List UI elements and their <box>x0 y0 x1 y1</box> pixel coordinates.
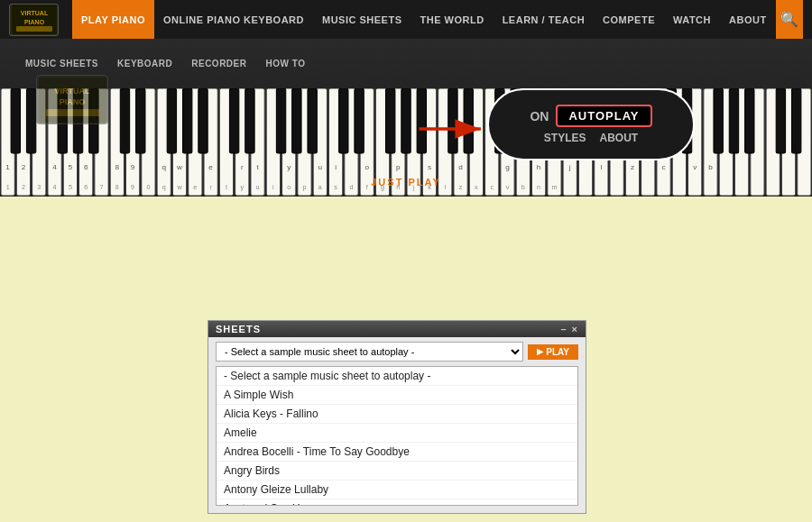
search-button[interactable]: 🔍 <box>776 0 803 39</box>
svg-text:5: 5 <box>69 163 73 171</box>
autoplay-oval: ON AUTOPLAY STYLES ABOUT <box>487 88 695 160</box>
sub-nav-how-to[interactable]: HOW TO <box>258 55 312 72</box>
svg-text:e: e <box>208 163 213 171</box>
sheets-list-item[interactable]: - Select a sample music sheet to autopla… <box>217 367 577 386</box>
svg-rect-68 <box>136 88 145 153</box>
svg-rect-79 <box>386 88 395 153</box>
autoplay-on-label: ON <box>530 109 549 124</box>
svg-text:s: s <box>428 163 431 171</box>
sub-nav-music-sheets[interactable]: MUSIC SHEETS <box>18 55 106 72</box>
svg-rect-63 <box>26 88 35 153</box>
autoplay-top-row: ON AUTOPLAY <box>530 105 651 127</box>
nav-item-online-piano[interactable]: ONLINE PIANO KEYBOARD <box>154 0 313 39</box>
svg-text:d: d <box>349 184 353 190</box>
svg-text:c: c <box>490 184 494 190</box>
navbar: VIRTUAL PIANO PLAY PIANO ONLINE PIANO KE… <box>0 0 812 39</box>
svg-text:u: u <box>256 184 260 190</box>
svg-text:1: 1 <box>5 163 10 171</box>
svg-rect-72 <box>229 88 238 153</box>
sheets-play-button[interactable]: PLAY <box>528 344 578 360</box>
svg-text:o: o <box>287 184 291 190</box>
nav-item-music-sheets[interactable]: MUSIC SHEETS <box>313 0 411 39</box>
sheets-list-item[interactable]: Alicia Keys - Fallino <box>217 405 577 424</box>
svg-rect-95 <box>729 88 738 153</box>
sheets-close-btn[interactable]: × <box>572 324 578 334</box>
svg-text:v: v <box>506 184 510 190</box>
sheets-list-item[interactable]: Amelie <box>217 424 577 443</box>
svg-text:m: m <box>551 184 557 190</box>
svg-text:z: z <box>631 163 634 171</box>
nav-item-about[interactable]: ABOUT <box>720 0 776 39</box>
nav-item-watch[interactable]: WATCH <box>664 0 720 39</box>
svg-text:s: s <box>334 184 337 190</box>
svg-text:j: j <box>568 163 571 171</box>
svg-text:w: w <box>176 184 182 190</box>
svg-rect-77 <box>339 88 348 153</box>
nav-item-the-world[interactable]: THE WORLD <box>411 0 494 39</box>
svg-text:d: d <box>458 163 463 171</box>
sub-nav-keyboard[interactable]: KEYBOARD <box>110 55 180 72</box>
svg-text:l: l <box>600 163 602 171</box>
svg-rect-71 <box>198 88 208 153</box>
svg-text:q: q <box>162 184 166 191</box>
svg-text:y: y <box>240 184 244 191</box>
svg-text:6: 6 <box>84 184 88 190</box>
sheets-minimize-btn[interactable]: – <box>560 324 567 334</box>
svg-text:x: x <box>475 184 478 190</box>
svg-text:u: u <box>318 163 323 171</box>
autoplay-button[interactable]: AUTOPLAY <box>556 105 651 127</box>
svg-rect-74 <box>276 88 285 153</box>
svg-text:3: 3 <box>37 184 41 190</box>
sheets-list[interactable]: - Select a sample music sheet to autopla… <box>216 366 578 506</box>
svg-text:7: 7 <box>100 184 104 190</box>
autoplay-about-link[interactable]: ABOUT <box>600 132 639 144</box>
autoplay-bottom-row: STYLES ABOUT <box>544 132 638 144</box>
sheets-toolbar: - Select a sample music sheet to autopla… <box>208 337 586 366</box>
svg-rect-7 <box>46 109 99 116</box>
svg-text:8: 8 <box>115 163 120 171</box>
svg-text:n: n <box>537 184 540 190</box>
svg-rect-98 <box>792 88 801 153</box>
svg-text:0: 0 <box>146 184 150 190</box>
svg-rect-69 <box>167 88 176 153</box>
piano-section: MUSIC SHEETS KEYBOARD RECORDER HOW TO VI… <box>0 39 812 197</box>
autoplay-styles-link[interactable]: STYLES <box>544 132 586 144</box>
svg-text:b: b <box>521 184 525 190</box>
nav-item-compete[interactable]: COMPETE <box>594 0 664 39</box>
svg-text:o: o <box>364 163 369 171</box>
svg-rect-75 <box>292 88 301 153</box>
sub-nav-recorder[interactable]: RECORDER <box>184 55 254 72</box>
sub-nav: MUSIC SHEETS KEYBOARD RECORDER HOW TO <box>0 39 812 88</box>
svg-text:q: q <box>161 163 166 171</box>
sheets-select[interactable]: - Select a sample music sheet to autopla… <box>216 342 523 362</box>
svg-text:2: 2 <box>22 184 25 190</box>
nav-item-play-piano[interactable]: PLAY PIANO <box>72 0 154 39</box>
sheets-titlebar-controls: – × <box>560 324 578 334</box>
svg-text:VIRTUAL: VIRTUAL <box>20 10 48 16</box>
svg-text:2: 2 <box>22 163 26 171</box>
svg-rect-67 <box>120 88 129 153</box>
sheets-list-item[interactable]: Avatar - I See You <box>217 499 577 506</box>
svg-text:5: 5 <box>69 184 72 190</box>
svg-text:6: 6 <box>84 163 88 171</box>
svg-text:4: 4 <box>52 163 57 171</box>
svg-text:p: p <box>303 184 307 191</box>
nav-item-learn-teach[interactable]: LEARN / TEACH <box>494 0 594 39</box>
svg-text:9: 9 <box>131 163 135 171</box>
sheets-list-item[interactable]: Andrea Bocelli - Time To Say Goodbye <box>217 443 577 462</box>
sheets-list-item[interactable]: A Simple Wish <box>217 386 577 405</box>
svg-text:4: 4 <box>53 184 57 190</box>
sheets-list-item[interactable]: Angry Birds <box>217 462 577 481</box>
svg-rect-94 <box>714 88 723 153</box>
svg-text:w: w <box>176 163 182 171</box>
nav-logo: VIRTUAL PIANO <box>9 4 59 36</box>
svg-text:g: g <box>505 163 510 171</box>
svg-rect-76 <box>308 88 317 153</box>
svg-text:e: e <box>193 184 197 190</box>
svg-text:b: b <box>708 163 713 171</box>
sheets-list-item[interactable]: Antony Gleize Lullaby <box>217 481 577 499</box>
arrow-indicator <box>415 115 487 146</box>
svg-text:h: h <box>537 163 541 171</box>
svg-rect-96 <box>745 88 754 153</box>
svg-text:z: z <box>459 184 463 190</box>
